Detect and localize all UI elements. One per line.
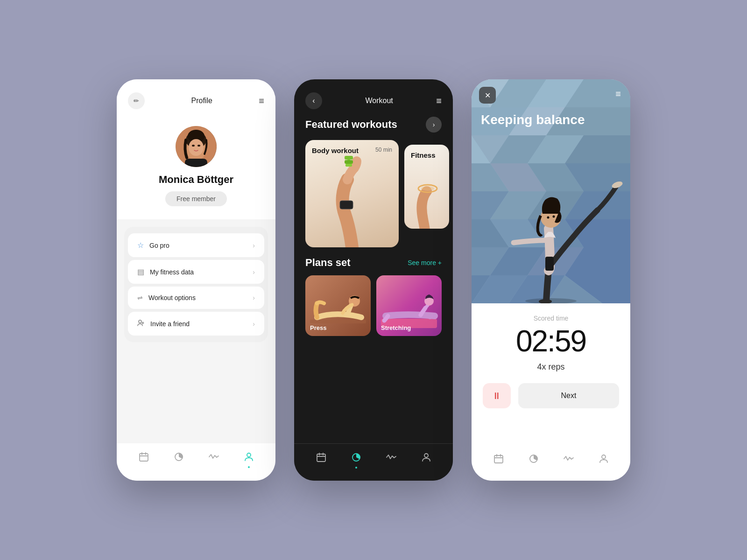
svg-rect-9 bbox=[140, 454, 148, 461]
svg-rect-16 bbox=[345, 164, 352, 167]
svg-point-5 bbox=[192, 145, 195, 147]
svg-point-8 bbox=[139, 320, 141, 323]
membership-badge: Free member bbox=[165, 191, 227, 206]
svg-point-69 bbox=[602, 455, 606, 459]
svg-rect-15 bbox=[345, 160, 353, 164]
person-plus-icon bbox=[137, 319, 145, 328]
body-workout-duration: 50 min bbox=[375, 147, 392, 153]
dumbbell-svg bbox=[319, 154, 385, 247]
edit-icon: ✏ bbox=[134, 97, 139, 105]
hero-title: Keeping balance bbox=[481, 112, 585, 128]
invite-friend-label: Invite a friend bbox=[150, 320, 190, 328]
nav-activity-icon[interactable] bbox=[208, 451, 219, 465]
svg-point-65 bbox=[553, 216, 555, 218]
nav-pie-icon[interactable] bbox=[173, 451, 184, 465]
body-workout-label: Body workout bbox=[312, 147, 359, 154]
star-icon: ☆ bbox=[137, 241, 144, 250]
go-pro-label: Go pro bbox=[149, 242, 169, 249]
profile-title: Profile bbox=[191, 97, 212, 105]
phone-profile: ✏ Profile ≡ bbox=[117, 79, 275, 481]
nav-calendar-icon[interactable] bbox=[316, 452, 327, 466]
menu-item-invite-friend[interactable]: Invite a friend › bbox=[128, 312, 264, 336]
arrow-icon: › bbox=[253, 320, 255, 328]
close-button[interactable]: ✕ bbox=[479, 87, 496, 104]
svg-point-18 bbox=[421, 186, 434, 191]
nav-profile-icon[interactable] bbox=[243, 451, 254, 465]
profile-header: ✏ Profile ≡ bbox=[117, 79, 275, 117]
avatar bbox=[176, 126, 217, 167]
file-icon: ▤ bbox=[137, 267, 144, 276]
svg-rect-14 bbox=[345, 156, 353, 160]
svg-point-22 bbox=[427, 314, 433, 319]
nav-profile-icon[interactable] bbox=[421, 452, 432, 466]
timer-display: 02:59 bbox=[516, 324, 586, 358]
phone-balance: ✕ ≡ Keeping balance bbox=[472, 79, 630, 481]
menu-item-go-pro[interactable]: ☆ Go pro › bbox=[128, 233, 264, 257]
edit-button[interactable]: ✏ bbox=[128, 92, 145, 109]
svg-rect-67 bbox=[494, 455, 503, 463]
fitness-data-label: My fitness data bbox=[150, 268, 194, 276]
arrow-icon: › bbox=[253, 294, 255, 301]
workout-title: Workout bbox=[366, 97, 393, 105]
plan-card-press[interactable]: Press bbox=[305, 275, 371, 336]
svg-rect-7 bbox=[185, 159, 207, 167]
fitness-ring-svg bbox=[404, 168, 449, 229]
svg-rect-66 bbox=[545, 257, 554, 271]
featured-card-body-workout[interactable]: Body workout 50 min bbox=[305, 140, 399, 247]
arrow-icon: › bbox=[253, 242, 255, 249]
back-icon: ‹ bbox=[312, 97, 315, 105]
nav-activity-icon[interactable] bbox=[386, 452, 397, 466]
workout-menu-icon[interactable]: ≡ bbox=[436, 96, 442, 106]
svg-rect-19 bbox=[310, 320, 366, 323]
close-icon: ✕ bbox=[485, 91, 491, 100]
nav-profile-icon[interactable] bbox=[598, 453, 609, 467]
user-name: Monica Böttger bbox=[159, 174, 233, 186]
reps-label: 4x reps bbox=[537, 362, 564, 372]
hero-section: ✕ ≡ Keeping balance bbox=[472, 79, 630, 303]
avatar-section: Monica Böttger Free member bbox=[117, 117, 275, 219]
avatar-image bbox=[176, 126, 217, 167]
yoga-person-svg bbox=[509, 107, 630, 303]
svg-point-27 bbox=[424, 454, 428, 457]
dumbbell-image bbox=[305, 140, 399, 247]
plans-section: Plans set See more + bbox=[294, 247, 453, 336]
plans-cards: Press bbox=[294, 275, 453, 336]
pause-button[interactable]: ⏸ bbox=[483, 383, 511, 408]
fitness-label: Fitness bbox=[411, 151, 436, 159]
bottom-nav bbox=[117, 443, 275, 481]
yoga-figure bbox=[509, 107, 630, 303]
nav-calendar-icon[interactable] bbox=[493, 453, 504, 467]
menu-icon[interactable]: ≡ bbox=[259, 96, 264, 106]
plan-card-stretching[interactable]: Stretching bbox=[376, 275, 442, 336]
pause-icon: ⏸ bbox=[492, 391, 501, 401]
see-more-button[interactable]: See more + bbox=[408, 259, 442, 266]
nav-pie-icon[interactable] bbox=[528, 453, 539, 467]
press-label: Press bbox=[310, 324, 326, 331]
menu-item-workout-options[interactable]: ⇌ Workout options › bbox=[128, 287, 264, 309]
featured-next-button[interactable]: › bbox=[426, 117, 442, 133]
plans-header: Plans set See more + bbox=[294, 247, 453, 275]
nav-calendar-icon[interactable] bbox=[138, 451, 149, 465]
workout-controls: ⏸ Next bbox=[483, 383, 619, 408]
hero-menu-icon[interactable]: ≡ bbox=[615, 89, 621, 99]
nav-activity-icon[interactable] bbox=[563, 453, 574, 467]
workout-header: ‹ Workout ≡ bbox=[294, 79, 453, 117]
svg-rect-12 bbox=[340, 201, 353, 209]
balance-bottom-nav bbox=[472, 447, 630, 481]
svg-point-11 bbox=[247, 453, 251, 457]
next-button[interactable]: Next bbox=[518, 383, 619, 408]
stretching-label: Stretching bbox=[381, 324, 411, 331]
featured-title: Featured workouts bbox=[305, 119, 397, 131]
plans-title: Plans set bbox=[305, 257, 351, 269]
back-button[interactable]: ‹ bbox=[305, 92, 322, 109]
sliders-icon: ⇌ bbox=[137, 294, 143, 301]
workout-options-label: Workout options bbox=[148, 294, 196, 301]
menu-item-fitness-data[interactable]: ▤ My fitness data › bbox=[128, 260, 264, 284]
scored-label: Scored time bbox=[534, 315, 569, 322]
featured-card-fitness[interactable]: Fitness bbox=[404, 145, 449, 229]
menu-section: ☆ Go pro › ▤ My fitness data › ⇌ Workout… bbox=[124, 227, 268, 342]
svg-rect-25 bbox=[317, 454, 325, 462]
svg-point-64 bbox=[547, 217, 550, 219]
nav-pie-icon[interactable] bbox=[351, 452, 362, 466]
featured-cards: Body workout 50 min bbox=[294, 140, 453, 247]
